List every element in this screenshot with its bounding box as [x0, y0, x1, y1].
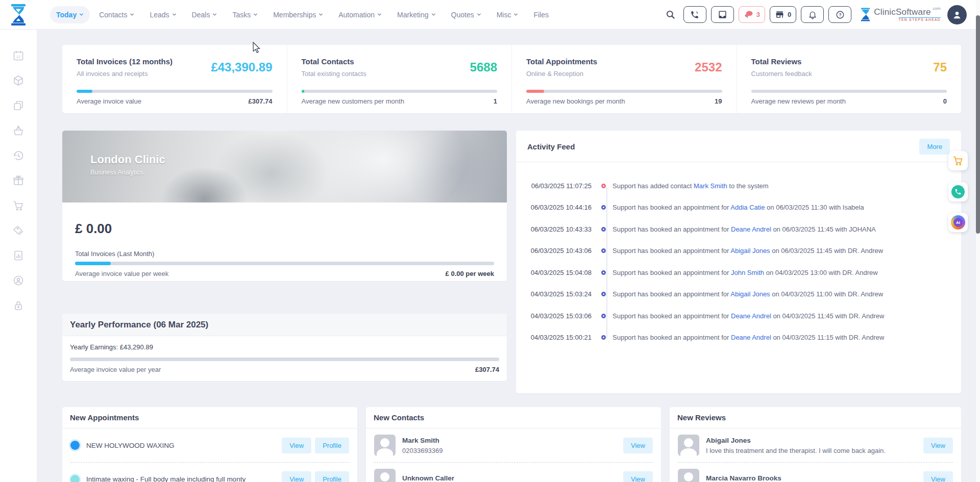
brand-tagline: TEN STEPS AHEAD	[899, 17, 941, 22]
nav-item-automation[interactable]: Automation	[332, 6, 388, 23]
view-button[interactable]: View	[623, 471, 653, 482]
appointment-label: NEW HOLYWOOD WAXING	[86, 442, 175, 449]
brand-hourglass-icon	[860, 8, 871, 21]
chat-button[interactable]: 3	[739, 6, 765, 23]
activity-text-post: to the system	[727, 182, 769, 190]
reviewer-avatar	[678, 435, 699, 456]
new-contacts-title: New Contacts	[374, 413, 424, 422]
phone-icon	[951, 185, 965, 198]
stat-footer-label: Average new customers per month	[302, 97, 404, 105]
shopping-cart-icon[interactable]	[12, 199, 24, 212]
contact-link[interactable]: Addia Catie	[730, 204, 765, 211]
activity-time: 06/03/2025 10:43:33	[516, 225, 592, 233]
notifications-button[interactable]	[801, 6, 824, 23]
contact-row: Unknown Caller View	[374, 462, 653, 482]
search-button[interactable]	[666, 10, 676, 20]
nav-label: Leads	[150, 11, 169, 19]
nav-item-quotes[interactable]: Quotes	[445, 6, 487, 23]
stat-subtitle: Customers feedback	[751, 70, 812, 78]
nav-item-leads[interactable]: Leads	[143, 6, 182, 23]
inbox-button[interactable]	[711, 6, 734, 23]
contact-link[interactable]: Mark Smith	[694, 182, 727, 190]
user-avatar[interactable]	[947, 5, 967, 24]
contact-avatar	[374, 469, 396, 482]
quick-call-button[interactable]	[948, 182, 968, 201]
new-appointments-title: New Appointments	[70, 413, 139, 422]
reviewer-name: Marcia Navarro Brooks	[706, 474, 781, 482]
clinic-footer-value: £ 0.00 per week	[446, 270, 494, 277]
nav-item-contacts[interactable]: Contacts	[93, 6, 140, 23]
lock-icon[interactable]	[12, 299, 24, 312]
activity-text-post: on 04/03/2025 11:45 with DR. Andrew	[771, 312, 885, 320]
stat-footer-label: Average new reviews per month	[751, 97, 846, 105]
activity-more-button[interactable]: More	[919, 139, 950, 155]
gift-icon[interactable]	[12, 174, 24, 187]
activity-text-pre: Support has booked an appointment for	[612, 334, 731, 341]
page-scrollbar-thumb[interactable]	[976, 15, 980, 234]
view-button[interactable]: View	[923, 438, 953, 453]
support-agent-icon[interactable]	[12, 274, 24, 287]
progress-fill	[77, 90, 92, 93]
nav-item-misc[interactable]: Misc	[491, 6, 525, 23]
package-cube-icon[interactable]	[12, 74, 24, 87]
nav-label: Automation	[338, 11, 375, 19]
contact-link[interactable]: Deane Andrel	[731, 334, 771, 341]
activity-time: 04/03/2025 15:03:06	[516, 312, 592, 320]
quick-ai-button[interactable]: AI	[948, 213, 968, 232]
history-clock-icon[interactable]	[12, 149, 24, 162]
activity-text: Support has booked an appointment for De…	[612, 334, 884, 341]
contact-link[interactable]: Deane Andrel	[731, 312, 771, 320]
report-document-icon[interactable]	[12, 249, 24, 262]
chevron-down-icon	[513, 12, 518, 17]
top-bar: Today Contacts Leads Deals Tasks Members…	[0, 0, 980, 29]
nav-label: Quotes	[451, 11, 474, 19]
price-tags-icon[interactable]	[12, 224, 24, 237]
nav-item-memberships[interactable]: Memberships	[267, 6, 329, 23]
contact-link[interactable]: John Smith	[731, 269, 764, 276]
contact-link[interactable]: Abigail Jones	[730, 290, 770, 298]
phone-button[interactable]	[683, 6, 706, 23]
basket-checkin-icon[interactable]	[12, 124, 24, 137]
view-button[interactable]: View	[282, 438, 311, 453]
profile-button[interactable]: Profile	[315, 471, 349, 482]
activity-row: 06/03/2025 10:44:16 Support has booked a…	[516, 197, 961, 219]
view-button[interactable]: View	[282, 471, 311, 482]
clinic-footer-label: Average invoice value per week	[75, 270, 168, 277]
help-button[interactable]: ?	[828, 6, 851, 23]
stat-card-total-reviews: Total Reviews Customers feedback 75 Aver…	[737, 45, 962, 113]
contact-name: Mark Smith	[402, 437, 443, 444]
brand-text: ClinicSoftware .com TEN STEPS AHEAD	[874, 8, 941, 22]
nav-item-tasks[interactable]: Tasks	[226, 6, 264, 23]
app-logo[interactable]	[0, 4, 37, 26]
contact-link[interactable]: Abigail Jones	[730, 247, 770, 255]
chevron-down-icon	[477, 12, 481, 17]
quick-cart-button[interactable]	[948, 151, 968, 170]
stat-value: £43,390.89	[211, 60, 272, 78]
chevron-down-icon	[377, 12, 382, 17]
clinicsoftware-brand-logo[interactable]: ClinicSoftware .com TEN STEPS AHEAD	[860, 8, 941, 22]
store-button[interactable]: 0	[770, 6, 796, 23]
view-button[interactable]: View	[623, 438, 653, 453]
contact-phone: 02033693369	[402, 447, 443, 454]
contact-link[interactable]: Deane Andrel	[731, 225, 771, 233]
nav-item-files[interactable]: Files	[527, 6, 555, 23]
nav-item-marketing[interactable]: Marketing	[391, 6, 442, 23]
activity-text-pre: Support has booked an appointment for	[612, 204, 730, 211]
nav-item-today[interactable]: Today	[50, 6, 90, 23]
appointment-row: Intimate waxing - Full body male includi…	[70, 462, 349, 482]
activity-text-post: on 04/03/2025 13:00 with DR. Andrew	[764, 269, 878, 276]
service-color-dot	[70, 475, 80, 482]
activity-time: 04/03/2025 15:00:21	[516, 334, 592, 341]
yearly-performance-card: Yearly Performance (06 Mar 2025) Yearly …	[62, 314, 507, 381]
view-button[interactable]: View	[923, 471, 953, 482]
clinic-subtitle: Business Analytics	[90, 169, 165, 176]
profile-button[interactable]: Profile	[315, 438, 349, 453]
page-scrollbar-track[interactable]	[976, 0, 980, 482]
nav-item-deals[interactable]: Deals	[186, 6, 224, 23]
progress-fill	[302, 90, 305, 93]
store-count-badge: 0	[788, 11, 791, 18]
copy-squares-icon[interactable]	[12, 99, 24, 112]
yearly-footer-label: Average invoice value per year	[70, 366, 161, 373]
yearly-title: Yearly Performance (06 Mar 2025)	[70, 320, 208, 330]
calendar-icon[interactable]: 12	[12, 49, 24, 62]
